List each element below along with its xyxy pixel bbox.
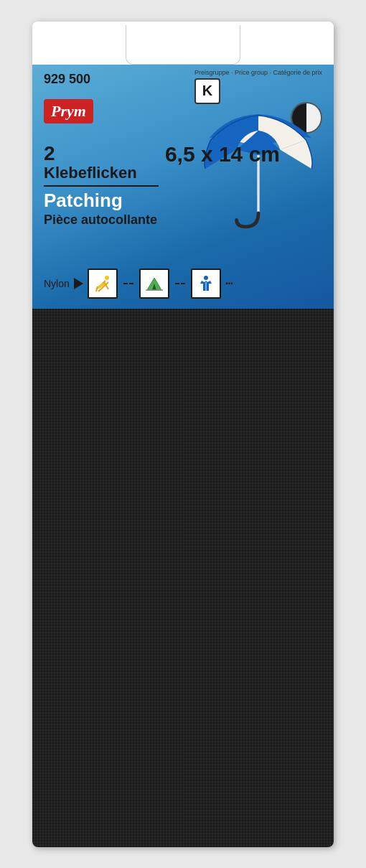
jacket-icon-box — [191, 269, 221, 299]
top-section: 929 500 Preisgruppe · Price group · Caté… — [32, 65, 334, 309]
product-number: 929 500 — [44, 72, 90, 87]
hanger-area — [32, 22, 334, 65]
price-group-label: Preisgruppe · Price group · Catégorie de… — [194, 69, 322, 76]
svg-line-4 — [96, 286, 98, 291]
prym-logo: Prym — [44, 99, 93, 123]
product-card: 929 500 Preisgruppe · Price group · Caté… — [32, 22, 334, 847]
nylon-row: Nylon — [44, 269, 233, 299]
dash-connector-1 — [122, 283, 135, 284]
beach-chair-icon-box — [88, 269, 118, 299]
french-name: Pièce autocollante — [44, 212, 159, 228]
dash-connector-2 — [174, 283, 187, 284]
product-text-area: 2 Klebeflicken Patching Pièce autocollan… — [44, 144, 159, 229]
tent-icon-box — [139, 269, 169, 299]
german-name: Klebeflicken — [44, 164, 159, 182]
price-group-area: Preisgruppe · Price group · Catégorie de… — [194, 69, 322, 104]
umbrella-illustration — [190, 101, 327, 237]
fabric-section — [32, 309, 334, 847]
play-arrow-icon — [74, 278, 83, 289]
english-name: Patching — [44, 190, 159, 212]
svg-point-7 — [204, 276, 208, 280]
divider-line — [44, 185, 159, 187]
dimensions-text: 6,5 x 14 cm — [165, 142, 280, 167]
hanger-shape — [126, 25, 240, 65]
svg-point-1 — [105, 276, 109, 280]
quantity-text: 2 — [44, 144, 159, 164]
end-dots: ··· — [225, 277, 233, 290]
material-label: Nylon — [44, 278, 70, 289]
